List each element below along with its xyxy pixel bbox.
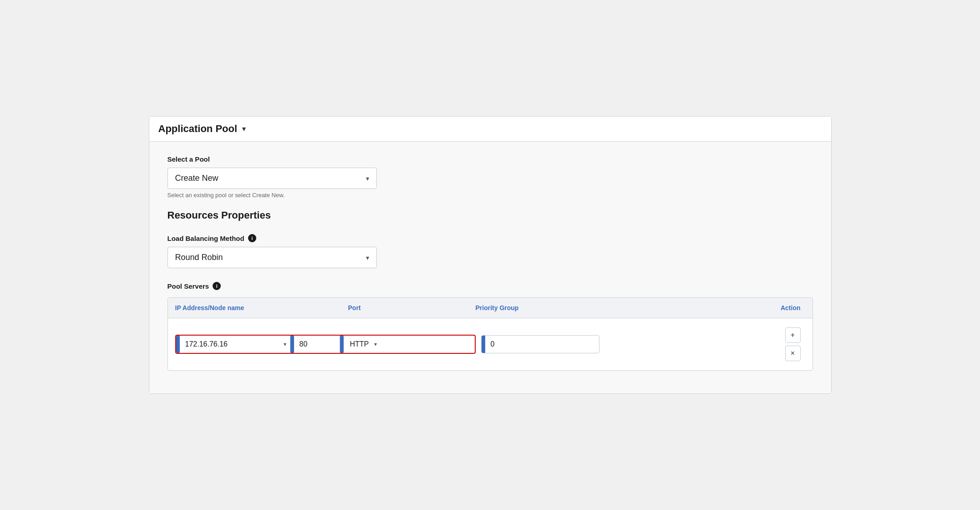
table-body: ▾ HTTP [168,318,812,370]
load-balancing-section: Load Balancing Method i Round Robin ▾ [168,234,813,268]
pool-servers-info-icon[interactable]: i [213,282,221,290]
pool-select-dropdown[interactable]: Create New ▾ [168,168,377,189]
add-row-button[interactable]: + [785,327,801,343]
panel-content: Select a Pool Create New ▾ Select an exi… [149,142,831,393]
select-pool-section: Select a Pool Create New ▾ Select an exi… [168,155,813,199]
col-header-ip: IP Address/Node name [175,304,348,311]
page-title: Application Pool [158,123,238,135]
load-balancing-chevron-icon: ▾ [366,254,369,261]
ip-address-cell: ▾ [176,336,290,353]
row-main-highlighted: ▾ HTTP [175,335,476,354]
priority-group-input[interactable] [485,337,590,352]
pool-dropdown-chevron-icon: ▾ [366,175,369,182]
protocol-drag-handle [340,336,344,353]
protocol-dropdown-arrow-icon[interactable]: ▾ [371,341,381,347]
table-header: IP Address/Node name Port Priority Group… [168,298,812,318]
pool-select-value: Create New [175,173,218,183]
priority-drag-handle [482,336,485,353]
col-header-port: Port [348,304,476,311]
col-header-priority: Priority Group [476,304,732,311]
priority-input-wrapper [481,335,599,353]
ip-drag-handle [176,336,180,353]
protocol-cell: HTTP ▾ [340,336,386,353]
port-drag-handle [290,336,294,353]
priority-group-cell [481,335,732,353]
pool-servers-section: Pool Servers i IP Address/Node name Port… [168,282,813,371]
resources-properties-heading: Resources Properties [168,209,813,221]
protocol-select-wrapper: HTTP ▾ [344,337,386,352]
port-cell [290,336,340,353]
pool-helper-text: Select an existing pool or select Create… [168,192,813,199]
load-balancing-value: Round Robin [175,253,223,262]
select-pool-label: Select a Pool [168,155,813,163]
load-balancing-label: Load Balancing Method [168,235,244,242]
ip-dropdown-arrow-icon[interactable]: ▾ [280,341,290,347]
action-cell: + × [732,327,805,361]
application-pool-panel: Application Pool ▼ Select a Pool Create … [149,116,832,394]
load-balancing-dropdown[interactable]: Round Robin ▾ [168,247,377,268]
remove-row-button[interactable]: × [785,346,801,361]
col-header-action: Action [732,304,805,311]
port-input[interactable] [294,337,340,352]
load-balancing-label-row: Load Balancing Method i [168,234,813,242]
header-chevron-icon[interactable]: ▼ [241,125,247,133]
pool-servers-label: Pool Servers [168,282,209,290]
ip-address-input[interactable] [180,337,280,352]
pool-servers-label-row: Pool Servers i [168,282,813,290]
load-balancing-info-icon[interactable]: i [248,234,256,242]
table-row: ▾ HTTP [175,324,805,365]
pool-servers-table: IP Address/Node name Port Priority Group… [168,297,813,371]
protocol-value: HTTP [348,337,371,352]
panel-header: Application Pool ▼ [149,117,831,142]
